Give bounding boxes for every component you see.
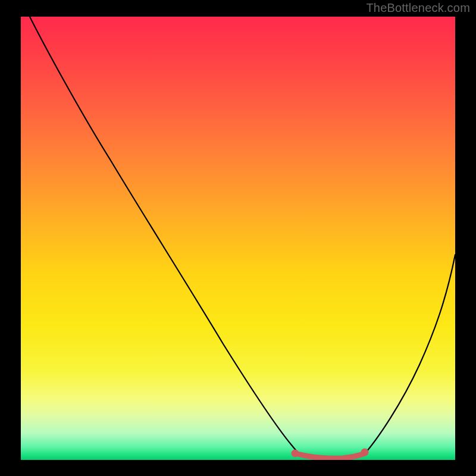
bottleneck-curve-right [363,255,455,456]
watermark-text: TheBottleneck.com [366,1,470,15]
plot-area [21,17,455,460]
curve-svg [21,17,455,460]
optimal-marker-end [361,449,369,456]
bottleneck-curve-left [30,17,300,456]
optimal-segment [295,453,365,458]
chart-canvas: TheBottleneck.com [0,0,476,476]
optimal-marker-start [292,450,299,458]
